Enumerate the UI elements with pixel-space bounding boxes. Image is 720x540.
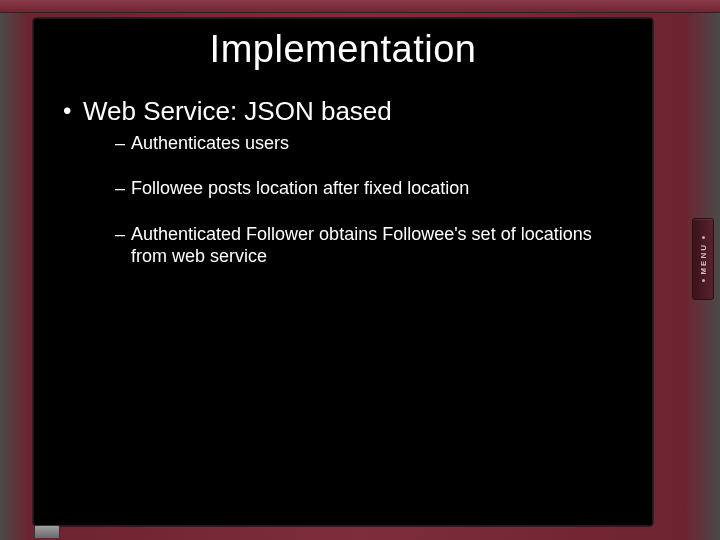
menu-dot-icon (702, 236, 705, 239)
sub-bullet-text: Authenticated Follower obtains Followee'… (131, 224, 592, 266)
sub-bullet-text: Followee posts location after fixed loca… (131, 178, 469, 198)
sub-bullet-text: Authenticates users (131, 133, 289, 153)
menu-label: MENU (699, 243, 708, 275)
device-frame: Implementation Web Service: JSON based A… (0, 0, 720, 540)
menu-button[interactable]: MENU (692, 218, 714, 300)
device-side-panel: MENU (692, 18, 714, 526)
bullet-list: Web Service: JSON based Authenticates us… (57, 97, 629, 267)
sub-bullet-item: Followee posts location after fixed loca… (115, 178, 629, 200)
bullet-item: Web Service: JSON based Authenticates us… (63, 97, 629, 267)
menu-dot-icon (702, 279, 705, 282)
slide-title: Implementation (57, 28, 629, 71)
device-key (34, 525, 60, 538)
sub-bullet-item: Authenticates users (115, 133, 629, 155)
slide-content: Implementation Web Service: JSON based A… (33, 18, 653, 526)
sub-bullet-item: Authenticated Follower obtains Followee'… (115, 224, 629, 267)
bullet-text: Web Service: JSON based (83, 96, 392, 126)
sub-bullet-list: Authenticates users Followee posts locat… (83, 133, 629, 267)
device-top-bar (0, 0, 720, 13)
